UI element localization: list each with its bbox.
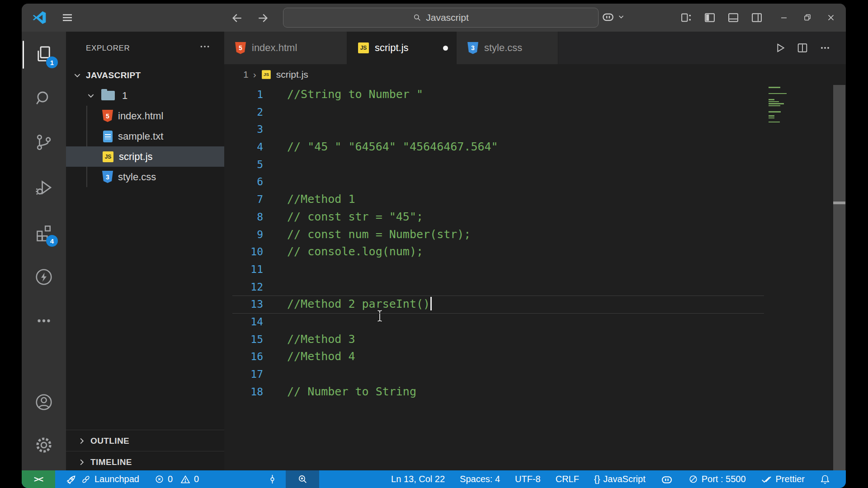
run-debug-icon[interactable] [33,177,55,198]
scrollbar-band [833,202,845,204]
tab-style-css[interactable]: 3 style.css [457,32,558,64]
tab-script-js[interactable]: JS script.js [347,32,457,64]
port-item[interactable]: Port : 5500 [688,474,746,484]
line-number[interactable]: 4 [224,138,263,156]
more-views-icon[interactable] [33,310,55,332]
line-number[interactable]: 1 [224,86,263,103]
line-number[interactable]: 11 [224,261,263,278]
forward-arrow-icon[interactable] [256,11,269,25]
extensions-icon[interactable]: 4 [33,222,55,244]
back-arrow-icon[interactable] [231,11,244,25]
line-number[interactable]: 2 [224,103,263,121]
code-line[interactable]: // const str = "45"; [287,208,498,226]
code-line[interactable] [287,121,498,138]
account-icon[interactable] [33,391,55,413]
copilot-menu[interactable] [601,10,625,23]
timeline-panel-header[interactable]: TIMELINE [66,451,224,473]
code-line[interactable] [287,173,498,191]
line-number[interactable]: 5 [224,156,263,174]
zoom-indicator[interactable] [286,470,319,488]
customize-layout-icon[interactable] [677,9,695,27]
launchpad-item[interactable]: Launchpad [66,474,139,485]
git-commit-icon [267,474,278,485]
code-lines[interactable]: //String to Number " // "45 " "64564" "4… [287,86,498,400]
code-line[interactable]: // const num = Number(str); [287,226,498,244]
unsaved-changes-dot[interactable] [443,46,448,51]
toggle-primary-sidebar-icon[interactable] [701,9,719,27]
explorer-icon[interactable]: 1 [33,43,55,65]
text-cursor [430,297,432,310]
line-number[interactable]: 17 [224,366,263,383]
errors-icon [154,474,165,484]
run-file-icon[interactable] [772,40,788,56]
line-number[interactable]: 3 [224,121,263,138]
folder-row[interactable]: 1 [66,85,224,106]
formatter-item[interactable]: Prettier [761,474,805,485]
line-number[interactable]: 8 [224,208,263,226]
cursor-position-item[interactable]: Ln 13, Col 22 [391,474,445,484]
code-line[interactable] [287,366,498,383]
minimize-icon[interactable] [772,4,796,32]
line-number[interactable]: 10 [224,243,263,261]
menu-icon[interactable] [61,11,74,24]
problems-item[interactable]: 0 0 [154,474,199,485]
copilot-status-icon[interactable] [660,473,673,486]
settings-gear-icon[interactable] [33,434,55,456]
code-line[interactable] [287,156,498,174]
commit-indicator[interactable] [267,474,278,485]
line-number[interactable]: 18 [224,383,263,401]
notifications-bell-icon[interactable] [820,474,830,485]
indentation-item[interactable]: Spaces: 4 [460,474,500,484]
file-row-sample-txt[interactable]: sample.txt [66,126,224,146]
minimap[interactable] [766,87,800,136]
code-line[interactable] [287,278,498,296]
code-line[interactable]: //String to Number " [287,86,498,103]
code-line[interactable]: //Method 3 [287,331,498,348]
braces-icon: {} [594,474,600,484]
line-number[interactable]: 16 [224,348,263,366]
line-number[interactable]: 12 [224,278,263,296]
breadcrumb-folder[interactable]: 1 [243,69,249,80]
file-name: style.css [118,171,156,183]
source-control-icon[interactable] [33,131,55,153]
line-number[interactable]: 6 [224,173,263,191]
file-row-style-css[interactable]: 3 style.css [66,167,224,187]
encoding-item[interactable]: UTF-8 [515,474,541,484]
tab-index-html[interactable]: 5 index.html [224,32,347,64]
breadcrumb-file[interactable]: script.js [276,69,308,80]
code-line[interactable] [287,261,498,278]
code-editor[interactable]: 1 2 3 4 5 6 7 8 9 10 11 12 13 14 15 16 1 [224,85,846,470]
code-line[interactable] [287,313,498,331]
line-number[interactable]: 14 [224,313,263,331]
editor-scrollbar[interactable] [833,85,845,470]
line-number[interactable]: 9 [224,226,263,244]
more-actions-icon[interactable] [817,40,833,56]
code-line-current[interactable]: //Method 2 parseInt() [287,296,498,313]
toggle-panel-icon[interactable] [724,9,742,27]
eol-item[interactable]: CRLF [556,474,579,484]
file-row-index-html[interactable]: 5 index.html [66,106,224,126]
code-line[interactable]: // Number to String [287,383,498,401]
breadcrumb[interactable]: 1 › JS script.js [224,64,846,85]
explorer-more-actions-icon[interactable] [199,41,211,52]
line-number-gutter[interactable]: 1 2 3 4 5 6 7 8 9 10 11 12 13 14 15 16 1 [224,86,263,400]
split-editor-icon[interactable] [794,40,811,56]
line-number[interactable]: 15 [224,331,263,348]
outline-panel-header[interactable]: OUTLINE [66,430,224,451]
close-icon[interactable] [819,4,843,32]
code-line[interactable]: //Method 1 [287,191,498,208]
lightning-icon[interactable] [33,266,55,288]
code-line[interactable] [287,103,498,121]
remote-indicator[interactable]: >< [22,470,55,488]
code-line[interactable]: // console.log(num); [287,243,498,261]
file-row-script-js[interactable]: JS script.js [66,146,224,167]
toggle-secondary-sidebar-icon[interactable] [748,9,766,27]
search-view-icon[interactable] [33,88,55,109]
language-item[interactable]: {} JavaScript [594,474,646,484]
restore-icon[interactable] [796,4,819,32]
code-line[interactable]: //Method 4 [287,348,498,366]
line-number[interactable]: 7 [224,191,263,208]
command-center-search[interactable]: Javascript [283,8,599,28]
workspace-section-header[interactable]: JAVASCRIPT [66,65,224,85]
code-line[interactable]: // "45 " "64564" "45646467.564" [287,138,498,156]
